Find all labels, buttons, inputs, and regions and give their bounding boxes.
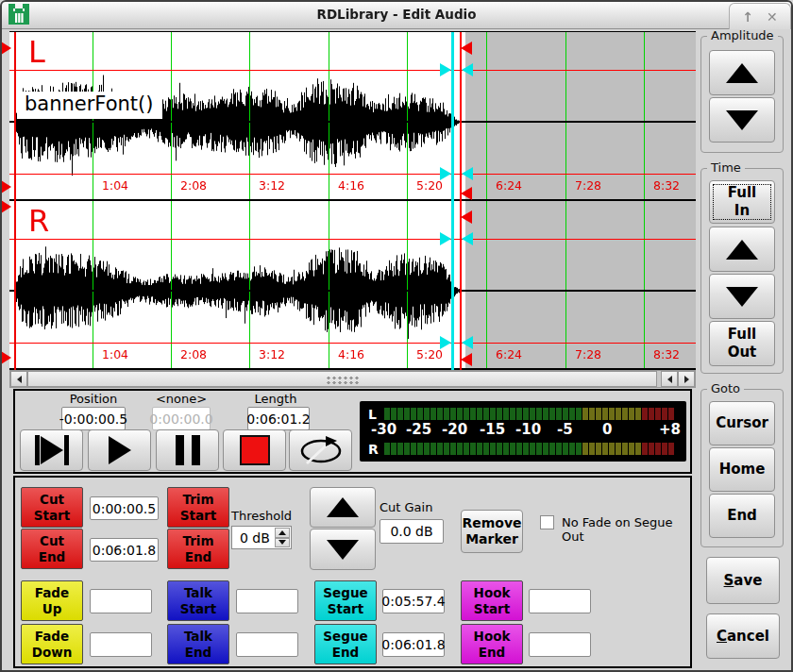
amplitude-down-button[interactable] bbox=[709, 97, 775, 143]
shade-window-icon[interactable]: ↑ bbox=[742, 10, 753, 24]
meter-segment bbox=[622, 443, 628, 455]
time-zoom-in-button[interactable] bbox=[709, 227, 775, 272]
segue-start-marker-icon[interactable] bbox=[440, 336, 451, 349]
goto-home-button[interactable]: Home bbox=[709, 447, 775, 492]
gain-up-button[interactable] bbox=[310, 487, 376, 528]
play-button[interactable] bbox=[88, 429, 151, 471]
cut-end-field[interactable]: 0:06:01.8 bbox=[90, 538, 159, 562]
hook-end-button[interactable]: Hook End bbox=[461, 624, 523, 664]
time-tick-label: 4:16 bbox=[338, 178, 364, 193]
meter-segment bbox=[430, 408, 436, 420]
meter-scale-label: +8 bbox=[659, 421, 681, 438]
scrollbar-thumb[interactable] bbox=[27, 371, 657, 387]
hook-end-field[interactable] bbox=[529, 632, 591, 657]
cut-end-marker-icon[interactable] bbox=[461, 210, 472, 224]
talk-end-button[interactable]: Talk End bbox=[167, 624, 229, 664]
meter-scale-label: -5 bbox=[557, 421, 573, 438]
left-arrow-icon bbox=[17, 376, 22, 383]
meter-segment bbox=[649, 408, 654, 420]
cut-start-field[interactable]: 0:00:00.5 bbox=[90, 496, 159, 520]
time-full-out-button[interactable]: Full Out bbox=[709, 321, 775, 366]
cut-end-marker-icon[interactable] bbox=[461, 187, 472, 200]
goto-end-button[interactable]: End bbox=[709, 494, 775, 538]
time-tick-label: 8:32 bbox=[653, 178, 680, 193]
meter-segment bbox=[450, 408, 456, 420]
fade-up-button[interactable]: Fade Up bbox=[21, 580, 83, 621]
position-field[interactable]: -0:00:00.5 bbox=[61, 407, 126, 430]
meter-segment bbox=[602, 443, 608, 455]
scroll-right-button[interactable] bbox=[678, 371, 695, 387]
scroll-left-button[interactable] bbox=[10, 371, 27, 387]
spin-up-button[interactable] bbox=[275, 528, 290, 538]
meter-segment bbox=[424, 443, 430, 455]
pause-button[interactable] bbox=[156, 429, 219, 471]
threshold-spinbox[interactable]: 0 dB bbox=[231, 526, 292, 549]
segue-end-field[interactable]: 0:06:01.8 bbox=[382, 632, 445, 657]
cut-end-marker-icon[interactable] bbox=[461, 42, 472, 55]
hook-start-button[interactable]: Hook Start bbox=[461, 580, 523, 621]
no-fade-checkbox[interactable] bbox=[540, 515, 554, 529]
goto-cursor-button[interactable]: Cursor bbox=[709, 401, 775, 445]
meter-segment bbox=[530, 408, 535, 420]
remove-marker-button[interactable]: Remove Marker bbox=[461, 510, 523, 553]
save-button[interactable]: Save bbox=[706, 557, 780, 604]
fade-down-button[interactable]: Fade Down bbox=[21, 624, 83, 664]
meter-segment bbox=[530, 443, 535, 455]
fade-up-field[interactable] bbox=[90, 589, 152, 613]
talk-start-field[interactable] bbox=[236, 589, 298, 613]
meter-segment bbox=[464, 408, 469, 420]
cut-end-button[interactable]: Cut End bbox=[21, 529, 83, 569]
waveform-channel-right[interactable]: R 1:042:083:124:165:206:247:288:32 bbox=[9, 201, 696, 370]
meter-segment bbox=[662, 408, 667, 420]
segue-start-marker-icon[interactable] bbox=[462, 232, 473, 245]
spin-down-button[interactable] bbox=[275, 538, 290, 548]
amplitude-ref-line bbox=[9, 343, 696, 344]
time-full-in-button[interactable]: Full In bbox=[709, 180, 775, 224]
segue-start-button[interactable]: Segue Start bbox=[314, 580, 377, 621]
save-mnemonic: S bbox=[724, 572, 734, 589]
segue-start-marker-icon[interactable] bbox=[462, 167, 473, 180]
segue-start-marker-icon[interactable] bbox=[440, 167, 451, 180]
meter-segment bbox=[384, 408, 390, 420]
play-from-start-button[interactable] bbox=[20, 429, 83, 471]
waveform-widget[interactable]: L bannerFont() 1:042:083:124:165:206:247… bbox=[9, 31, 696, 388]
cancel-button[interactable]: Cancel bbox=[706, 613, 780, 659]
fade-down-field[interactable] bbox=[90, 632, 152, 657]
length-field[interactable]: 0:06:01.2 bbox=[247, 407, 310, 430]
cut-start-marker-icon[interactable] bbox=[1, 200, 11, 213]
loop-button[interactable] bbox=[289, 429, 352, 471]
segue-start-field[interactable]: 0:05:57.4 bbox=[382, 589, 445, 613]
banner-font-overlay: bannerFont() bbox=[17, 92, 162, 119]
trim-start-button[interactable]: Trim Start bbox=[167, 487, 229, 528]
title-bar[interactable]: RDLibrary - Edit Audio ↑ ✕ bbox=[0, 0, 793, 29]
hook-start-field[interactable] bbox=[529, 589, 591, 613]
cut-start-marker-icon[interactable] bbox=[1, 351, 11, 364]
goto-group: Goto Cursor Home End bbox=[700, 389, 784, 547]
waveform-scrollbar[interactable] bbox=[9, 370, 696, 388]
talk-end-field[interactable] bbox=[236, 632, 298, 657]
cut-start-marker-icon[interactable] bbox=[1, 180, 11, 193]
window-controls: ↑ ✕ bbox=[729, 3, 791, 29]
trim-end-button[interactable]: Trim End bbox=[167, 529, 229, 569]
talk-start-button[interactable]: Talk Start bbox=[167, 580, 229, 621]
close-window-icon[interactable]: ✕ bbox=[767, 10, 778, 24]
time-zoom-out-button[interactable] bbox=[709, 274, 775, 319]
segue-start-marker-icon[interactable] bbox=[462, 336, 473, 349]
meter-segment bbox=[411, 443, 416, 455]
segue-start-marker-icon[interactable] bbox=[440, 63, 451, 76]
segue-end-button[interactable]: Segue End bbox=[314, 624, 377, 664]
amplitude-up-button[interactable] bbox=[709, 50, 775, 95]
segue-start-marker-icon[interactable] bbox=[440, 232, 451, 245]
gain-down-button[interactable] bbox=[310, 529, 376, 570]
cut-start-marker-icon[interactable] bbox=[1, 42, 11, 55]
meter-segment bbox=[391, 443, 396, 455]
waveform-channel-left[interactable]: L bannerFont() 1:042:083:124:165:206:247… bbox=[9, 32, 696, 201]
scroll-left-button-2[interactable] bbox=[661, 371, 678, 387]
stop-button[interactable] bbox=[223, 429, 286, 471]
cut-start-button[interactable]: Cut Start bbox=[21, 487, 83, 528]
segue-start-marker-icon[interactable] bbox=[462, 63, 473, 76]
cut-gain-field[interactable]: 0.0 dB bbox=[380, 519, 444, 544]
cut-end-marker-icon[interactable] bbox=[461, 353, 472, 366]
time-tick-label: 3:12 bbox=[259, 178, 285, 193]
time-tick-label: 3:12 bbox=[259, 347, 285, 361]
